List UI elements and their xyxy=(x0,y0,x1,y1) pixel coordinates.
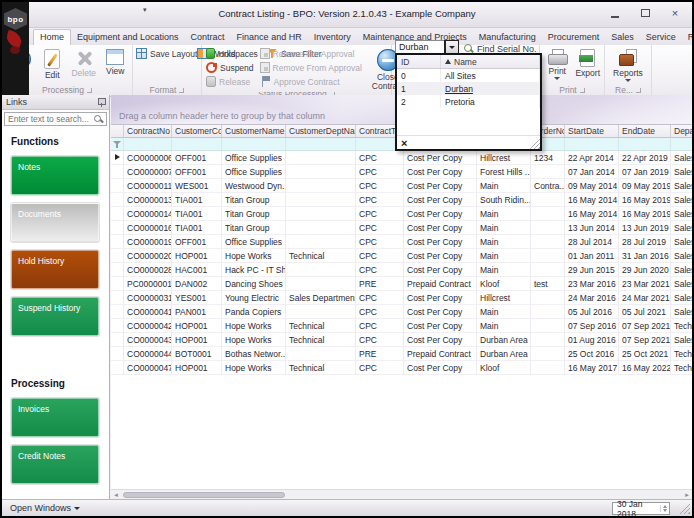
close-button[interactable]: × xyxy=(662,5,688,21)
grid-cell[interactable]: HOP001 xyxy=(172,361,222,375)
grid-cell[interactable]: CPC xyxy=(356,207,404,221)
grid-cell[interactable]: Sales xyxy=(671,263,692,277)
site-option-durban[interactable]: 1Durban xyxy=(397,82,540,95)
tab-inventory[interactable]: Inventory xyxy=(308,30,357,45)
grid-cell[interactable]: Prepaid Contract xyxy=(404,347,477,361)
grid-cell[interactable]: Sales xyxy=(671,165,692,179)
minimize-button[interactable] xyxy=(602,5,628,21)
site-option-pretoria[interactable]: 2Pretoria xyxy=(397,95,540,108)
table-row[interactable]: CO0000041PAN001Panda CopiersCPCCost Per … xyxy=(111,305,692,319)
grid-cell[interactable]: CPC xyxy=(356,151,404,165)
grid-cell[interactable]: 31 Jan 2016 xyxy=(619,249,671,263)
grid-cell[interactable]: 09 May 2014 xyxy=(565,179,619,193)
grid-cell[interactable]: Main xyxy=(477,305,531,319)
grid-cell[interactable]: CPC xyxy=(356,305,404,319)
grid-cell[interactable]: 25 Oct 2021 xyxy=(619,347,671,361)
grid-cell[interactable]: CO0000014 xyxy=(124,207,172,221)
grid-cell[interactable]: Sales xyxy=(671,193,692,207)
grid-cell[interactable]: Sales xyxy=(671,179,692,193)
grid-cell[interactable] xyxy=(531,221,565,235)
grid-cell[interactable] xyxy=(286,347,356,361)
grid-cell[interactable]: Cost Per Copy xyxy=(404,249,477,263)
grid-cell[interactable]: CPC xyxy=(356,179,404,193)
grid-cell[interactable]: Titan Group xyxy=(222,221,286,235)
tab-home[interactable]: Home xyxy=(33,29,71,45)
grid-cell[interactable]: CO0000028 xyxy=(124,263,172,277)
grid-cell[interactable]: Sales Department xyxy=(286,291,356,305)
dialog-launcher-icon[interactable] xyxy=(179,88,184,93)
grid-cell[interactable] xyxy=(286,165,356,179)
scrollbar-track[interactable] xyxy=(121,490,682,499)
grid-cell[interactable]: Main xyxy=(477,249,531,263)
grid-cell[interactable]: Hope Works xyxy=(222,319,286,333)
grid-cell[interactable]: Cost Per Copy xyxy=(404,319,477,333)
date-spinner[interactable] xyxy=(660,505,669,512)
grid-cell[interactable] xyxy=(286,151,356,165)
grid-cell[interactable]: CO0000047 xyxy=(124,361,172,375)
print-button[interactable]: Print xyxy=(543,47,572,80)
links-panel-header[interactable]: Links xyxy=(2,95,109,110)
view-button[interactable]: View xyxy=(101,47,131,76)
grid-cell[interactable]: PAN001 xyxy=(172,305,222,319)
grid-cell[interactable]: 22 Apr 2014 xyxy=(565,151,619,165)
grid-cell[interactable]: CO0000011 xyxy=(124,179,172,193)
grid-cell[interactable]: Cost Per Copy xyxy=(404,165,477,179)
grid-cell[interactable]: Sales xyxy=(671,221,692,235)
grid-cell[interactable]: HOP001 xyxy=(172,249,222,263)
resize-grip-icon[interactable] xyxy=(529,138,540,149)
edit-button[interactable]: Edit xyxy=(38,47,68,80)
grid-cell[interactable]: Sales xyxy=(671,277,692,291)
tab-sales[interactable]: Sales xyxy=(605,30,640,45)
column-header-id[interactable]: ID xyxy=(397,55,441,68)
delete-button[interactable]: Delete xyxy=(69,47,99,78)
grid-cell[interactable]: Cost Per Copy xyxy=(404,305,477,319)
grid-cell[interactable]: CO0000041 xyxy=(124,305,172,319)
grid-cell[interactable]: 07 Sep 2021 xyxy=(619,333,671,347)
column-header-col0[interactable] xyxy=(111,125,124,138)
sidebar-button-documents[interactable]: Documents xyxy=(11,203,99,242)
grid-cell[interactable]: 16 May 2022 xyxy=(619,361,671,375)
grid-cell[interactable]: Main xyxy=(477,319,531,333)
open-windows-button[interactable]: Open Windows xyxy=(10,503,80,513)
grid-cell[interactable]: 24 Mar 2021 xyxy=(619,291,671,305)
grid-cell[interactable]: BOT0001 xyxy=(172,347,222,361)
scrollbar-thumb[interactable] xyxy=(123,492,285,498)
tab-contract[interactable]: Contract xyxy=(185,30,231,45)
grid-cell[interactable]: CPC xyxy=(356,319,404,333)
grid-cell[interactable]: Technical xyxy=(286,249,356,263)
release-button[interactable]: Release xyxy=(206,75,254,88)
export-button[interactable]: Export xyxy=(574,47,603,78)
save-layout-button[interactable]: Save Layout xyxy=(136,47,197,60)
grid-cell[interactable]: 07 Jan 2014 xyxy=(565,165,619,179)
grid-cell[interactable] xyxy=(531,235,565,249)
approve-contract-button[interactable]: Approve Contract xyxy=(260,75,362,88)
table-row[interactable]: PC0000001DAN002Dancing ShoesPREPrepaid C… xyxy=(111,277,692,291)
grid-cell[interactable]: TIA001 xyxy=(172,207,222,221)
grid-cell[interactable]: 25 Oct 2016 xyxy=(565,347,619,361)
grid-cell[interactable]: Hack PC - IT Shop xyxy=(222,263,286,277)
grid-cell[interactable]: 07 Jan 2019 xyxy=(619,165,671,179)
grid-cell[interactable]: Titan Group xyxy=(222,193,286,207)
grid-cell[interactable]: Bothas Networ... xyxy=(222,347,286,361)
grid-cell[interactable]: South Ridin... xyxy=(477,193,531,207)
grid-cell[interactable]: Westwood Dyn... xyxy=(222,179,286,193)
grid-cell[interactable]: CO0000006 xyxy=(124,151,172,165)
grid-cell[interactable]: Durban Area xyxy=(477,347,531,361)
grid-cell[interactable]: TIA001 xyxy=(172,193,222,207)
filter-cell-contractno[interactable] xyxy=(124,138,172,151)
grid-cell[interactable]: CO0000044 xyxy=(124,347,172,361)
grid-cell[interactable]: 28 Jul 2014 xyxy=(565,235,619,249)
tab-reporting[interactable]: Reporting xyxy=(682,30,692,45)
tab-equipment-and-locations[interactable]: Equipment and Locations xyxy=(71,30,185,45)
grid-cell[interactable]: Sales xyxy=(671,333,692,347)
column-header-department[interactable]: Department xyxy=(671,125,692,138)
tab-manufacturing[interactable]: Manufacturing xyxy=(473,30,542,45)
table-row[interactable]: CO0000042HOP001Hope WorksTechnicalCPCCos… xyxy=(111,319,692,333)
grid-cell[interactable] xyxy=(531,249,565,263)
grid-cell[interactable]: Prepaid Contract xyxy=(404,277,477,291)
grid-cell[interactable]: Hillcrest xyxy=(477,291,531,305)
grid-cell[interactable] xyxy=(286,207,356,221)
tab-service[interactable]: Service xyxy=(640,30,682,45)
grid-cell[interactable]: 23 Mar 2021 xyxy=(619,277,671,291)
grid-cell[interactable]: 01 Jan 2011 xyxy=(565,249,619,263)
